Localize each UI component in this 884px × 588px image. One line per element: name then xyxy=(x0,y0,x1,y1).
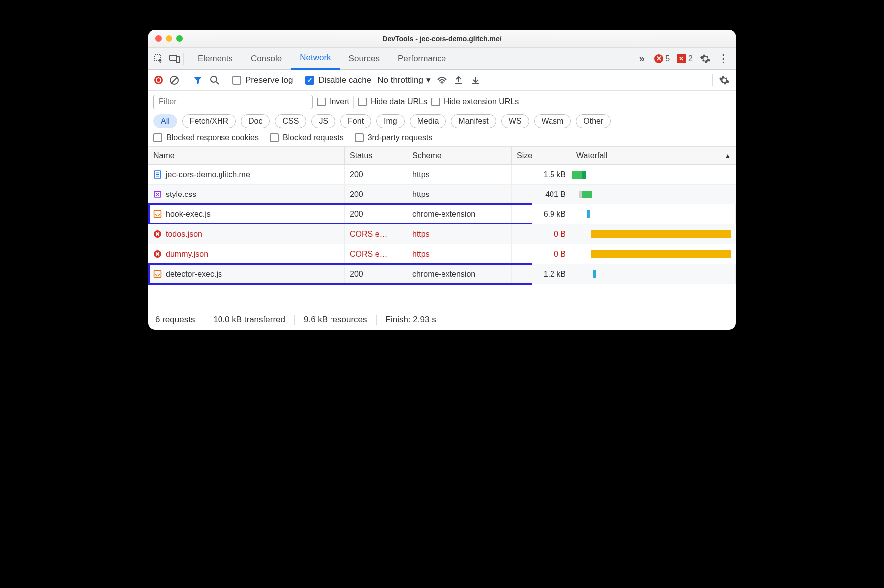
cell-waterfall xyxy=(571,185,736,204)
file-js-icon: <> xyxy=(153,210,162,218)
tab-sources[interactable]: Sources xyxy=(340,48,389,70)
svg-rect-1 xyxy=(170,55,177,60)
cell-size: 401 B xyxy=(512,185,571,204)
table-row[interactable]: jec-cors-demo.glitch.me200https1.5 kB xyxy=(148,165,736,185)
filter-pill-js[interactable]: JS xyxy=(311,114,335,128)
filter-bar: Invert Hide data URLs Hide extension URL… xyxy=(148,91,736,147)
filter-pill-manifest[interactable]: Manifest xyxy=(451,114,496,128)
divider xyxy=(186,74,186,86)
file-css-icon xyxy=(153,190,162,198)
checkbox-icon xyxy=(358,98,367,106)
filter-pill-font[interactable]: Font xyxy=(340,114,371,128)
table-row[interactable]: todos.jsonCORS e…https0 B xyxy=(148,224,736,244)
col-waterfall[interactable]: Waterfall▲ xyxy=(571,147,736,164)
filter-pill-ws[interactable]: WS xyxy=(501,114,529,128)
throttling-value: No throttling xyxy=(377,75,423,85)
cell-scheme: https xyxy=(407,185,512,204)
upload-har-icon[interactable] xyxy=(453,75,464,86)
filter-pill-img[interactable]: Img xyxy=(376,114,405,128)
file-name: detector-exec.js xyxy=(166,270,222,279)
throttling-select[interactable]: No throttling ▾ xyxy=(377,75,431,85)
cell-scheme: chrome-extension xyxy=(407,204,512,224)
disable-cache-checkbox[interactable]: Disable cache xyxy=(305,75,371,85)
clear-icon[interactable] xyxy=(169,75,180,86)
col-size[interactable]: Size xyxy=(512,147,571,164)
waterfall-bar xyxy=(593,270,596,278)
checkbox-icon xyxy=(431,98,440,106)
blocked-cookies-checkbox[interactable]: Blocked response cookies xyxy=(153,133,259,142)
status-requests: 6 requests xyxy=(155,315,204,325)
network-settings-icon[interactable] xyxy=(719,75,730,86)
svg-text:<>: <> xyxy=(155,212,160,217)
filter-pill-doc[interactable]: Doc xyxy=(241,114,270,128)
file-name: dummy.json xyxy=(166,250,208,259)
svg-line-6 xyxy=(216,82,219,84)
cell-status: 200 xyxy=(345,185,407,204)
preserve-log-checkbox[interactable]: Preserve log xyxy=(232,75,293,85)
cell-status: CORS e… xyxy=(345,224,407,244)
file-doc-icon xyxy=(153,170,162,179)
issue-icon: ✕ xyxy=(677,54,686,63)
settings-icon[interactable] xyxy=(700,53,711,64)
col-name[interactable]: Name xyxy=(148,147,345,164)
file-js-icon: <> xyxy=(153,270,162,278)
checkbox-icon xyxy=(317,98,326,106)
filter-input[interactable] xyxy=(153,95,313,109)
inspect-icon[interactable] xyxy=(153,53,164,64)
filter-pill-wasm[interactable]: Wasm xyxy=(534,114,571,128)
error-count-badge[interactable]: ✕ 5 xyxy=(654,54,670,63)
divider xyxy=(226,74,226,86)
col-scheme[interactable]: Scheme xyxy=(407,147,512,164)
issue-count-badge[interactable]: ✕ 2 xyxy=(677,54,693,63)
blocked-requests-checkbox[interactable]: Blocked requests xyxy=(270,133,344,142)
cell-size: 0 B xyxy=(512,224,571,244)
filter-pill-media[interactable]: Media xyxy=(410,114,446,128)
tab-network[interactable]: Network xyxy=(291,48,339,70)
file-err-icon xyxy=(153,230,162,238)
col-status[interactable]: Status xyxy=(345,147,407,164)
tab-performance[interactable]: Performance xyxy=(389,48,455,70)
cell-waterfall xyxy=(571,204,736,224)
search-icon[interactable] xyxy=(209,75,220,86)
filter-pill-css[interactable]: CSS xyxy=(275,114,306,128)
device-icon[interactable] xyxy=(169,53,180,64)
kebab-menu-icon[interactable]: ⋮ xyxy=(718,53,729,64)
more-tabs-icon[interactable]: » xyxy=(636,53,647,64)
network-conditions-icon[interactable] xyxy=(437,75,447,86)
divider xyxy=(299,74,299,86)
waterfall-bar xyxy=(591,250,731,258)
divider xyxy=(353,96,354,108)
third-party-checkbox[interactable]: 3rd-party requests xyxy=(355,133,433,142)
table-header: Name Status Scheme Size Waterfall▲ xyxy=(148,147,736,165)
cell-waterfall xyxy=(571,224,736,244)
filter-icon[interactable] xyxy=(192,75,203,86)
invert-checkbox[interactable]: Invert xyxy=(317,98,349,106)
filter-pill-fetchxhr[interactable]: Fetch/XHR xyxy=(182,114,236,128)
cell-waterfall xyxy=(571,244,736,264)
hide-extension-urls-checkbox[interactable]: Hide extension URLs xyxy=(431,98,519,106)
table-row[interactable]: dummy.jsonCORS e…https0 B xyxy=(148,244,736,264)
cell-status: 200 xyxy=(345,165,407,184)
cell-waterfall xyxy=(571,264,736,284)
hide-ext-label: Hide extension URLs xyxy=(444,98,519,106)
cell-size: 0 B xyxy=(512,244,571,264)
filter-pill-other[interactable]: Other xyxy=(576,114,611,128)
blocked-cookies-label: Blocked response cookies xyxy=(166,133,259,142)
devtools-window: DevTools - jec-cors-demo.glitch.me/ Elem… xyxy=(148,30,736,330)
tab-console[interactable]: Console xyxy=(242,48,291,70)
status-finish: Finish: 2.93 s xyxy=(377,315,445,325)
record-button[interactable] xyxy=(154,76,163,84)
filter-pill-all[interactable]: All xyxy=(153,114,177,128)
table-row[interactable]: <>hook-exec.js200chrome-extension6.9 kB xyxy=(148,204,736,224)
table-row[interactable]: <>detector-exec.js200chrome-extension1.2… xyxy=(148,264,736,284)
tab-elements[interactable]: Elements xyxy=(189,48,242,70)
download-har-icon[interactable] xyxy=(470,75,481,86)
table-row[interactable]: style.css200https401 B xyxy=(148,185,736,204)
hide-data-urls-checkbox[interactable]: Hide data URLs xyxy=(358,98,427,106)
svg-point-5 xyxy=(211,76,217,82)
error-count: 5 xyxy=(665,54,670,63)
cell-name: style.css xyxy=(148,185,345,204)
status-transferred: 10.0 kB transferred xyxy=(204,315,295,325)
cell-size: 1.2 kB xyxy=(512,264,571,284)
chevron-down-icon: ▾ xyxy=(426,75,431,85)
